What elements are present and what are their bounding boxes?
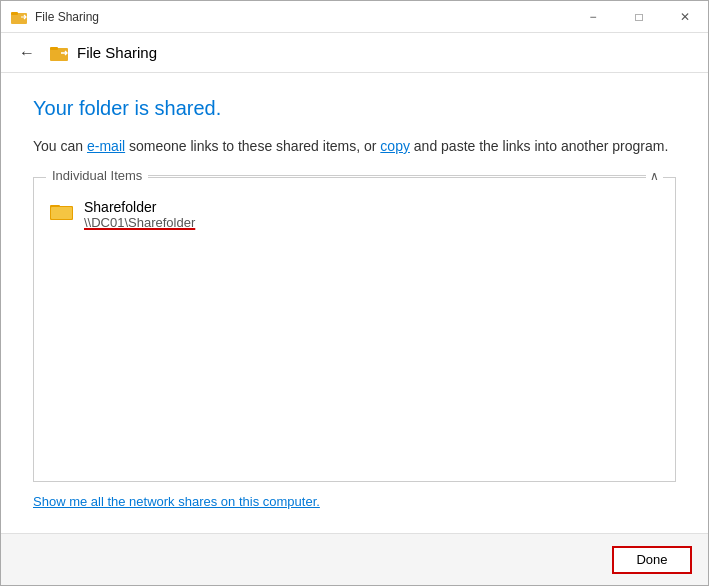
- items-box: Individual Items ∧ Sharefolder \\DC01\Sh…: [33, 177, 676, 482]
- items-content: Sharefolder \\DC01\Sharefolder: [34, 191, 675, 481]
- folder-icon: [50, 201, 74, 221]
- close-button[interactable]: ✕: [662, 1, 708, 33]
- main-content: Your folder is shared. You can e-mail so…: [1, 73, 708, 533]
- copy-link[interactable]: copy: [380, 138, 410, 154]
- shared-item: Sharefolder \\DC01\Sharefolder: [50, 195, 659, 234]
- desc-part3: and paste the links into another program…: [410, 138, 668, 154]
- svg-rect-6: [51, 207, 72, 219]
- done-button[interactable]: Done: [612, 546, 692, 574]
- svg-rect-3: [50, 47, 58, 50]
- desc-part2: someone links to these shared items, or: [125, 138, 380, 154]
- email-link[interactable]: e-mail: [87, 138, 125, 154]
- items-box-divider: [148, 175, 646, 176]
- file-sharing-icon: [9, 7, 29, 27]
- item-details: Sharefolder \\DC01\Sharefolder: [84, 199, 195, 230]
- shared-title: Your folder is shared.: [33, 97, 676, 120]
- items-box-header: Individual Items ∧: [34, 168, 675, 183]
- footer: Done: [1, 533, 708, 585]
- nav-title: File Sharing: [77, 44, 157, 61]
- shared-description: You can e-mail someone links to these sh…: [33, 136, 676, 157]
- svg-rect-1: [11, 12, 18, 15]
- nav-folder-icon: [49, 43, 69, 63]
- title-bar-controls: − □ ✕: [570, 1, 708, 33]
- item-path: \\DC01\Sharefolder: [84, 215, 195, 230]
- file-sharing-window: File Sharing − □ ✕ ← File Sharing Your f…: [0, 0, 709, 586]
- minimize-button[interactable]: −: [570, 1, 616, 33]
- title-bar-left: File Sharing: [9, 7, 99, 27]
- maximize-button[interactable]: □: [616, 1, 662, 33]
- back-button[interactable]: ←: [13, 39, 41, 67]
- back-icon: ←: [19, 44, 35, 62]
- network-shares-link[interactable]: Show me all the network shares on this c…: [33, 494, 676, 509]
- items-box-chevron[interactable]: ∧: [646, 169, 663, 183]
- title-bar: File Sharing − □ ✕: [1, 1, 708, 33]
- nav-bar: ← File Sharing: [1, 33, 708, 73]
- items-box-label: Individual Items: [46, 168, 148, 183]
- desc-part1: You can: [33, 138, 87, 154]
- item-name: Sharefolder: [84, 199, 195, 215]
- title-bar-title: File Sharing: [35, 10, 99, 24]
